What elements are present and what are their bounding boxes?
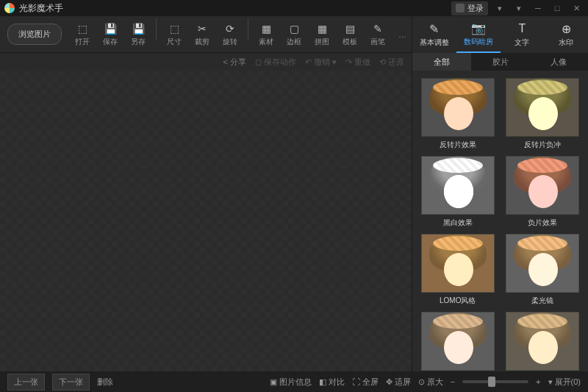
chevron-down-icon: ▾ bbox=[548, 377, 553, 387]
template-icon: ▤ bbox=[343, 22, 356, 35]
zoom-slider[interactable] bbox=[462, 380, 528, 383]
effect-thumb bbox=[506, 234, 579, 293]
tool-label: 旋转 bbox=[223, 37, 237, 47]
login-label: 登录 bbox=[467, 3, 484, 14]
effect-x1[interactable] bbox=[418, 312, 498, 371]
tool-collage[interactable]: ▦拼图 bbox=[309, 18, 335, 51]
effect-thumb bbox=[506, 156, 579, 215]
undo-icon: ↶ bbox=[305, 57, 312, 67]
effect-thumb bbox=[421, 312, 495, 371]
tool-label: 模板 bbox=[343, 37, 357, 47]
effect-name: 负片效果 bbox=[528, 218, 557, 228]
titlebar: 光影魔术手 登录 ▾ ▾ ─ □ ✕ bbox=[0, 0, 588, 16]
maximize-button[interactable]: □ bbox=[550, 2, 564, 14]
redo-button[interactable]: ↷重做 bbox=[345, 57, 370, 68]
rotate-icon: ⟳ bbox=[223, 22, 237, 35]
zoom-out-icon[interactable]: − bbox=[451, 377, 455, 386]
tool-label: 画笔 bbox=[370, 37, 385, 47]
theme-dropdown-button[interactable]: ▾ bbox=[512, 2, 526, 14]
app-title: 光影魔术手 bbox=[19, 2, 63, 15]
effect-x2[interactable] bbox=[503, 312, 583, 371]
right-tab-watermark[interactable]: ⊕水印 bbox=[544, 16, 588, 53]
tool-size[interactable]: ⬚尺寸 bbox=[161, 18, 187, 51]
fit-icon: ✥ bbox=[386, 377, 392, 387]
text-icon: T bbox=[514, 21, 529, 36]
effect-soft[interactable]: 柔光镜 bbox=[503, 234, 583, 306]
tool-crop[interactable]: ✂裁剪 bbox=[189, 18, 215, 51]
size-icon: ⬚ bbox=[168, 22, 181, 35]
redo-icon: ↷ bbox=[345, 57, 352, 67]
brush-icon: ✎ bbox=[371, 22, 384, 35]
tool-material[interactable]: ▦素材 bbox=[253, 18, 279, 51]
tool-template[interactable]: ▤模板 bbox=[337, 18, 363, 51]
settings-dropdown-button[interactable]: ▾ bbox=[492, 2, 507, 14]
effect-name: LOMO风格 bbox=[440, 296, 476, 306]
toolbar-separator bbox=[156, 18, 157, 40]
zoom-slider-thumb[interactable] bbox=[488, 377, 495, 387]
watermark-icon: ⊕ bbox=[559, 21, 573, 36]
browse-button[interactable]: 浏览图片 bbox=[7, 24, 62, 45]
user-icon bbox=[456, 4, 465, 13]
login-button[interactable]: 登录 bbox=[451, 1, 488, 15]
right-tabs: ✎基本调整📷数码暗房T文字⊕水印 bbox=[412, 16, 588, 53]
more-tools-button[interactable]: … bbox=[392, 30, 412, 39]
save-action-button[interactable]: ◻保存动作 bbox=[255, 57, 296, 68]
effect-lomo[interactable]: LOMO风格 bbox=[418, 234, 498, 306]
basic-icon: ✎ bbox=[427, 21, 442, 36]
image-info-button[interactable]: ▣图片信息 bbox=[270, 377, 312, 388]
share-button[interactable]: <分享 bbox=[223, 57, 246, 68]
effect-thumb bbox=[421, 234, 495, 293]
next-button[interactable]: 下一张 bbox=[52, 374, 90, 391]
filter-tab-portrait[interactable]: 人像 bbox=[529, 53, 588, 71]
toolbar-separator bbox=[248, 18, 248, 40]
filter-tab-all[interactable]: 全部 bbox=[412, 53, 471, 71]
fullscreen-button[interactable]: ⛶全屏 bbox=[352, 377, 379, 388]
effect-reversal[interactable]: 反转片效果 bbox=[418, 78, 498, 150]
tool-open[interactable]: ⬚打开 bbox=[69, 18, 96, 51]
effect-negfilm[interactable]: 反转片负冲 bbox=[503, 78, 583, 150]
fullscreen-icon: ⛶ bbox=[352, 377, 360, 386]
effect-thumb bbox=[506, 78, 579, 137]
right-tab-basic[interactable]: ✎基本调整 bbox=[412, 16, 456, 53]
collage-icon: ▦ bbox=[315, 22, 329, 35]
tool-saveas[interactable]: 💾另存 bbox=[125, 18, 151, 51]
compare-button[interactable]: ◧对比 bbox=[319, 377, 345, 388]
saveas-icon: 💾 bbox=[132, 22, 145, 35]
tool-label: 边框 bbox=[287, 37, 301, 47]
expand-button[interactable]: ▾展开(0) bbox=[548, 377, 581, 388]
effect-bw[interactable]: 黑白效果 bbox=[418, 156, 498, 228]
tool-save[interactable]: 💾保存 bbox=[97, 18, 123, 51]
fit-button[interactable]: ✥适屏 bbox=[386, 377, 411, 388]
tool-border[interactable]: ▢边框 bbox=[281, 18, 307, 51]
effect-negative[interactable]: 负片效果 bbox=[503, 156, 583, 228]
filter-tabs: 全部胶片人像 bbox=[412, 53, 588, 71]
effects-grid: 反转片效果反转片负冲黑白效果负片效果LOMO风格柔光镜 bbox=[412, 71, 588, 371]
zoom-in-icon[interactable]: + bbox=[536, 377, 540, 386]
open-icon: ⬚ bbox=[76, 22, 89, 35]
prev-button[interactable]: 上一张 bbox=[7, 374, 45, 391]
tool-rotate[interactable]: ⟳旋转 bbox=[217, 18, 243, 51]
tab-label: 基本调整 bbox=[420, 38, 449, 48]
material-icon: ▦ bbox=[259, 22, 273, 35]
effect-name: 反转片负冲 bbox=[524, 140, 561, 150]
close-button[interactable]: ✕ bbox=[569, 2, 584, 14]
original-icon: ⊙ bbox=[418, 377, 425, 387]
effect-thumb bbox=[421, 78, 495, 137]
filter-tab-film[interactable]: 胶片 bbox=[471, 53, 530, 71]
tab-label: 文字 bbox=[514, 38, 529, 48]
original-size-button[interactable]: ⊙原大 bbox=[418, 377, 443, 388]
app-logo-icon bbox=[4, 3, 15, 13]
tool-label: 打开 bbox=[75, 37, 90, 47]
minimize-button[interactable]: ─ bbox=[531, 2, 545, 14]
canvas-area: <分享 ◻保存动作 ↶撤销▾ ↷重做 ⟲还原 bbox=[0, 53, 412, 371]
delete-button[interactable]: 删除 bbox=[97, 377, 113, 388]
tool-label: 裁剪 bbox=[195, 37, 209, 47]
tool-label: 另存 bbox=[131, 37, 146, 47]
undo-button[interactable]: ↶撤销▾ bbox=[305, 57, 337, 68]
restore-button[interactable]: ⟲还原 bbox=[379, 57, 404, 68]
right-tab-text[interactable]: T文字 bbox=[501, 16, 545, 53]
effect-name: 黑白效果 bbox=[443, 218, 473, 228]
compare-icon: ◧ bbox=[319, 377, 326, 387]
tool-brush[interactable]: ✎画笔 bbox=[365, 18, 391, 51]
right-tab-darkroom[interactable]: 📷数码暗房 bbox=[456, 16, 501, 53]
